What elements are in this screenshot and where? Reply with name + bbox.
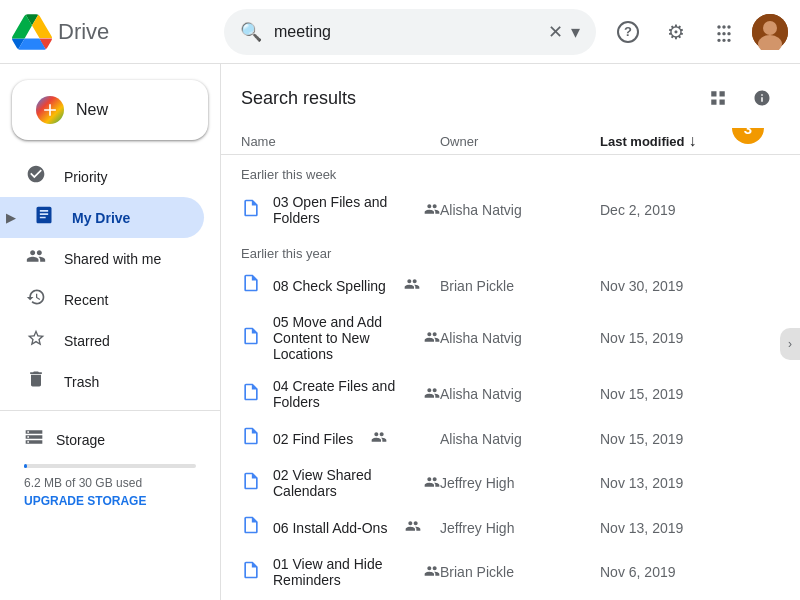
logo-area: Drive — [12, 12, 212, 52]
storage-section: Storage 6.2 MB of 30 GB used UPGRADE STO… — [0, 419, 220, 524]
file-name: 02 Find Files — [273, 431, 353, 447]
sidebar: New Priority ▶ My Drive Shared w — [0, 64, 220, 600]
sidebar-item-shared-with-me[interactable]: Shared with me — [0, 238, 204, 279]
file-owner: Brian Pickle — [440, 278, 600, 294]
section-earlier-this-week: Earlier this week — [221, 155, 800, 186]
sort-arrow-icon: ↓ — [689, 132, 697, 150]
col-name-label: Name — [241, 134, 276, 149]
grid-view-icon — [709, 89, 727, 107]
my-drive-icon — [32, 205, 56, 230]
upgrade-storage-link[interactable]: UPGRADE STORAGE — [24, 494, 196, 508]
file-name-cell: 05 Move and Add Content to New Locations — [241, 314, 440, 362]
storage-text-label: Storage — [56, 432, 105, 448]
doc-icon — [241, 326, 261, 351]
table-row[interactable]: 02 View Shared Calendars Jeffrey High No… — [221, 459, 800, 507]
my-drive-expand-icon: ▶ — [6, 211, 15, 225]
sidebar-item-my-drive-label: My Drive — [72, 210, 130, 226]
shared-icon — [424, 385, 440, 404]
col-header-owner[interactable]: Owner — [440, 134, 600, 149]
content-header-actions — [700, 80, 780, 116]
new-button[interactable]: New — [12, 80, 208, 140]
shared-icon — [371, 429, 387, 448]
table-row[interactable]: 05 Move and Add Content to New Locations… — [221, 306, 800, 370]
avatar[interactable] — [752, 14, 788, 50]
col-header-modified[interactable]: Last modified ↓ 3 — [600, 132, 780, 150]
file-name: 05 Move and Add Content to New Locations — [273, 314, 406, 362]
doc-icon — [241, 515, 261, 540]
shared-icon — [424, 563, 440, 582]
section-earlier-this-year: Earlier this year — [221, 234, 800, 265]
doc-icon — [241, 273, 261, 298]
sidebar-item-trash-label: Trash — [64, 374, 99, 390]
table-row[interactable]: 02 Find Files Alisha Natvig Nov 15, 2019 — [221, 418, 800, 459]
help-button[interactable]: ? — [608, 12, 648, 52]
search-clear-button[interactable]: ✕ — [548, 21, 563, 43]
settings-button[interactable]: ⚙ — [656, 12, 696, 52]
svg-point-1 — [763, 21, 777, 35]
app-header: Drive 🔍 ✕ ▾ ? ⚙ — [0, 0, 800, 64]
file-name-cell: 04 Create Files and Folders — [241, 378, 440, 410]
file-date: Nov 30, 2019 — [600, 278, 780, 294]
help-icon: ? — [617, 21, 639, 43]
file-name: 04 Create Files and Folders — [273, 378, 406, 410]
grid-view-button[interactable] — [700, 80, 736, 116]
file-name-cell: 02 View Shared Calendars — [241, 467, 440, 499]
file-name-cell: 01 View and Hide Reminders — [241, 556, 440, 588]
sidebar-item-starred-label: Starred — [64, 333, 110, 349]
table-header-row: Name Owner Last modified ↓ 3 — [221, 128, 800, 155]
table-row[interactable]: 08 Check Spelling Brian Pickle Nov 30, 2… — [221, 265, 800, 306]
sidebar-item-starred[interactable]: Starred — [0, 320, 204, 361]
apps-grid-icon — [714, 22, 734, 42]
content-area: Search results Name Owner La — [220, 64, 800, 600]
file-name-cell: 02 Find Files — [241, 426, 440, 451]
search-icon: 🔍 — [240, 21, 262, 43]
storage-bar-container — [24, 464, 196, 468]
shared-icon — [404, 276, 420, 295]
search-dropdown-button[interactable]: ▾ — [571, 21, 580, 43]
sidebar-item-trash[interactable]: Trash — [0, 361, 204, 402]
scroll-indicator[interactable]: › — [780, 328, 800, 360]
sidebar-item-priority-label: Priority — [64, 169, 108, 185]
file-date: Nov 15, 2019 — [600, 386, 780, 402]
app-title: Drive — [58, 19, 109, 45]
doc-icon — [241, 198, 261, 223]
table-row[interactable]: 01 View and Hide Reminders Brian Pickle … — [221, 548, 800, 596]
shared-icon — [424, 329, 440, 348]
file-name: 06 Install Add-Ons — [273, 520, 387, 536]
sort-badge: 3 — [732, 128, 764, 144]
col-header-name[interactable]: Name — [241, 134, 440, 149]
file-owner: Jeffrey High — [440, 520, 600, 536]
table-row[interactable]: 03 Open Files and Folders Alisha Natvig … — [221, 186, 800, 234]
apps-button[interactable] — [704, 12, 744, 52]
file-date: Nov 13, 2019 — [600, 520, 780, 536]
search-input[interactable] — [274, 23, 548, 41]
file-owner: Brian Pickle — [440, 564, 600, 580]
sidebar-divider — [0, 410, 220, 411]
file-owner: Jeffrey High — [440, 475, 600, 491]
table-row[interactable]: 06 Install Add-Ons Jeffrey High Nov 13, … — [221, 507, 800, 548]
storage-icon — [24, 427, 44, 452]
table-row[interactable]: 04 Create Files and Folders Alisha Natvi… — [221, 370, 800, 418]
sidebar-nav: Priority ▶ My Drive Shared with me R — [0, 156, 220, 402]
sidebar-item-recent[interactable]: Recent — [0, 279, 204, 320]
trash-icon — [24, 369, 48, 394]
file-date: Dec 2, 2019 — [600, 202, 780, 218]
file-name-cell: 06 Install Add-Ons — [241, 515, 440, 540]
search-results-title: Search results — [241, 88, 356, 109]
info-button[interactable] — [744, 80, 780, 116]
sidebar-item-my-drive[interactable]: ▶ My Drive — [0, 197, 204, 238]
sidebar-item-shared-label: Shared with me — [64, 251, 161, 267]
new-button-label: New — [76, 101, 108, 119]
file-name: 02 View Shared Calendars — [273, 467, 406, 499]
recent-icon — [24, 287, 48, 312]
file-name: 01 View and Hide Reminders — [273, 556, 406, 588]
doc-icon — [241, 560, 261, 585]
starred-icon — [24, 328, 48, 353]
file-table: Name Owner Last modified ↓ 3 Earlier thi… — [221, 128, 800, 600]
file-owner: Alisha Natvig — [440, 431, 600, 447]
sidebar-item-priority[interactable]: Priority — [0, 156, 204, 197]
sidebar-item-recent-label: Recent — [64, 292, 108, 308]
col-modified-label: Last modified — [600, 134, 685, 149]
main-layout: New Priority ▶ My Drive Shared w — [0, 64, 800, 600]
file-name: 03 Open Files and Folders — [273, 194, 406, 226]
